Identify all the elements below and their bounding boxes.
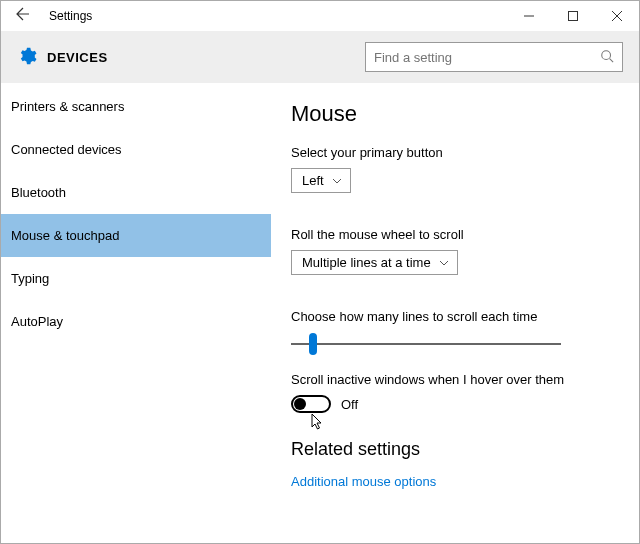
maximize-button[interactable] <box>551 1 595 31</box>
maximize-icon <box>568 11 578 21</box>
slider-thumb[interactable] <box>309 333 317 355</box>
hover-scroll-state: Off <box>341 397 358 412</box>
sidebar-item-autoplay[interactable]: AutoPlay <box>1 300 271 343</box>
sidebar-item-bluetooth[interactable]: Bluetooth <box>1 171 271 214</box>
page-title: Mouse <box>291 101 619 127</box>
scroll-mode-dropdown[interactable]: Multiple lines at a time <box>291 250 458 275</box>
related-heading: Related settings <box>291 439 619 460</box>
search-icon <box>600 49 614 66</box>
header: DEVICES <box>1 31 639 83</box>
svg-point-2 <box>602 50 611 59</box>
slider-track <box>291 343 561 345</box>
sidebar-item-connected-devices[interactable]: Connected devices <box>1 128 271 171</box>
content: Mouse Select your primary button Left Ro… <box>271 83 639 543</box>
search-input[interactable] <box>374 50 600 65</box>
scroll-mode-value: Multiple lines at a time <box>302 255 431 270</box>
primary-button-label: Select your primary button <box>291 145 619 160</box>
hover-scroll-toggle[interactable] <box>291 395 331 413</box>
section-title: DEVICES <box>47 50 108 65</box>
lines-slider[interactable] <box>291 332 561 356</box>
minimize-icon <box>524 11 534 21</box>
window-title: Settings <box>43 9 507 23</box>
toggle-knob <box>294 398 306 410</box>
svg-rect-1 <box>569 12 578 21</box>
window-controls <box>507 1 639 31</box>
chevron-down-icon <box>332 175 342 186</box>
back-button[interactable] <box>15 6 43 26</box>
primary-button-value: Left <box>302 173 324 188</box>
minimize-button[interactable] <box>507 1 551 31</box>
sidebar-item-typing[interactable]: Typing <box>1 257 271 300</box>
sidebar: Printers & scanners Connected devices Bl… <box>1 83 271 543</box>
sidebar-item-printers[interactable]: Printers & scanners <box>1 85 271 128</box>
primary-button-dropdown[interactable]: Left <box>291 168 351 193</box>
cursor-icon <box>311 413 325 434</box>
sidebar-item-mouse-touchpad[interactable]: Mouse & touchpad <box>1 214 271 257</box>
additional-mouse-options-link[interactable]: Additional mouse options <box>291 474 619 489</box>
lines-slider-label: Choose how many lines to scroll each tim… <box>291 309 619 324</box>
related-settings: Related settings Additional mouse option… <box>291 439 619 489</box>
svg-line-3 <box>610 58 614 62</box>
close-icon <box>612 11 622 21</box>
search-box[interactable] <box>365 42 623 72</box>
back-arrow-icon <box>15 6 31 22</box>
chevron-down-icon <box>439 257 449 268</box>
scroll-mode-label: Roll the mouse wheel to scroll <box>291 227 619 242</box>
gear-icon <box>17 46 37 69</box>
close-button[interactable] <box>595 1 639 31</box>
body: Printers & scanners Connected devices Bl… <box>1 83 639 543</box>
titlebar: Settings <box>1 1 639 31</box>
hover-scroll-label: Scroll inactive windows when I hover ove… <box>291 372 619 387</box>
